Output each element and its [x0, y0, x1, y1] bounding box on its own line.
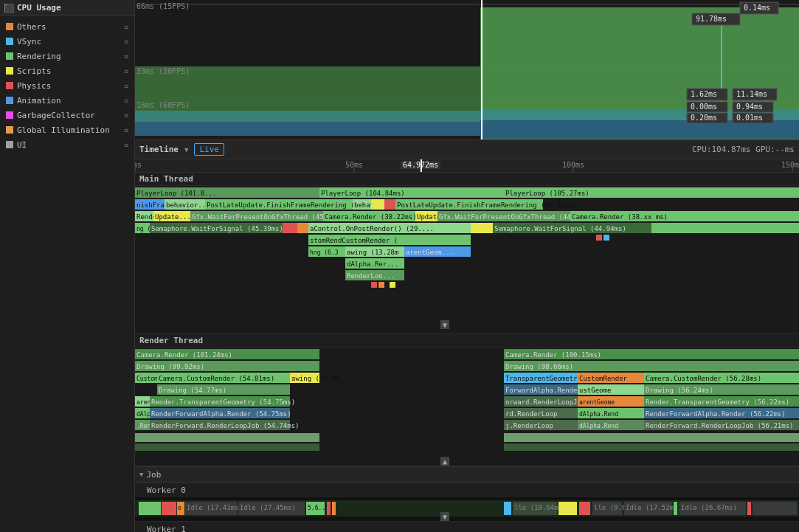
legend-label-rendering: Rendering: [17, 52, 61, 61]
job-section-header[interactable]: ▼ Job: [135, 466, 799, 483]
svg-text:Camera.CustomRender (56.28ms): Camera.CustomRender (56.28ms): [646, 375, 761, 382]
time-ruler: 0ms64.972ms50ms100ms150ms: [135, 159, 799, 173]
worker-0-label: Worker 0: [135, 483, 799, 497]
legend-dots-gi: ≡: [124, 126, 128, 134]
cpu-chart: 0.14ms 91.78ms 1.62ms 11.14ms 0.00ms 0.9…: [135, 0, 799, 140]
main-thread-bars[interactable]: PlayerLoop (101.8... PlayerLoop (104.84m…: [135, 186, 799, 334]
svg-text:behavior...: behavior...: [166, 201, 210, 209]
svg-text:Idle (26.67ms): Idle (26.67ms): [681, 504, 737, 511]
legend-section: Others ≡ VSync ≡ Rendering ≡ Scripts ≡: [0, 16, 134, 155]
legend-color-others: [6, 23, 13, 30]
svg-text:Semaphore.WaitForSignal (45.39: Semaphore.WaitForSignal (45.39ms): [151, 225, 283, 232]
timeline-title: Timeline: [139, 145, 179, 154]
legend-dots-gc: ≡: [124, 111, 128, 120]
svg-text:1.62ms: 1.62ms: [691, 90, 717, 98]
fps-label-60: 16ms (60FPS): [136, 101, 190, 109]
svg-rect-180: [747, 502, 751, 515]
svg-text:Update...: Update...: [155, 213, 191, 221]
legend-label-gi: Global Illumination: [17, 125, 110, 135]
timeline-dropdown-icon[interactable]: ▼: [184, 146, 188, 153]
legend-item-scripts[interactable]: Scripts ≡: [0, 63, 134, 78]
legend-item-gc[interactable]: GarbageCollector ≡: [0, 108, 134, 122]
legend-item-animation[interactable]: Animation ≡: [0, 93, 134, 108]
legend-label-physics: Physics: [17, 81, 51, 91]
legend-label-scripts: Scripts: [17, 66, 51, 76]
svg-text:awing (12.88: awing (12.88: [291, 375, 339, 382]
legend-color-physics: [6, 82, 13, 89]
svg-text:0.01ms: 0.01ms: [736, 114, 763, 122]
svg-rect-65: [297, 223, 308, 233]
render-thread-bars[interactable]: Camera.Render (101.24ms) Camera.Render (…: [135, 348, 799, 466]
legend-item-others[interactable]: Others ≡: [0, 19, 134, 34]
svg-rect-149: [135, 433, 319, 442]
svg-text:hng (6.3: hng (6.3: [310, 249, 339, 256]
svg-rect-87: [596, 235, 602, 241]
svg-text:0.00ms: 0.00ms: [691, 103, 717, 111]
legend-label-gc: GarbageCollector: [17, 111, 95, 120]
legend-dots-rendering: ≡: [124, 52, 128, 61]
svg-rect-84: [371, 282, 377, 288]
svg-text:Idle (17.41ms): Idle (17.41ms): [187, 504, 243, 511]
svg-text:0.94ms: 0.94ms: [736, 103, 763, 111]
svg-rect-167: [332, 502, 336, 515]
timeline-live-badge[interactable]: Live: [194, 143, 224, 156]
legend-dots-scripts: ≡: [124, 67, 128, 75]
svg-rect-85: [378, 282, 384, 288]
svg-rect-171: [558, 502, 577, 515]
svg-text:0.14ms: 0.14ms: [744, 4, 770, 12]
legend-item-vsync[interactable]: VSync ≡: [0, 34, 134, 49]
svg-text:RenderForward.RenderLoopJob (5: RenderForward.RenderLoopJob (54.74ms): [151, 422, 299, 429]
legend-item-gi[interactable]: Global Illumination ≡: [0, 122, 134, 137]
svg-text:RenderForwardAlpha.Render (56.: RenderForwardAlpha.Render (56.22ms): [646, 410, 786, 418]
svg-text:Camera.Render (38.22ms): Camera.Render (38.22ms): [325, 213, 417, 221]
svg-text:Drawing (99.92ms): Drawing (99.92ms): [136, 363, 204, 370]
svg-text:rd.RenderLoop: rd.RenderLoop: [505, 410, 557, 418]
svg-text:Render.TransparentGeometry (56: Render.TransparentGeometry (56.22ms): [646, 398, 789, 406]
fps-label-15: 66ms (15FPS): [136, 2, 190, 10]
svg-text:Drawing (56.24ms): Drawing (56.24ms): [646, 387, 713, 394]
svg-text:awing (13.28m: awing (13.28m: [347, 249, 398, 256]
legend-dots-physics: ≡: [124, 82, 128, 90]
svg-text:Camera.Render (38.xx ms): Camera.Render (38.xx ms): [572, 213, 668, 221]
worker-1-track: Worker 1 le (8.81m 0.52 tle (11.48ms): [135, 522, 799, 532]
legend-item-physics[interactable]: Physics ≡: [0, 78, 134, 93]
svg-rect-172: [579, 502, 590, 515]
main-thread-label: Main Thread: [139, 174, 193, 184]
fps-label-30: 33ms (30FPS): [136, 67, 190, 75]
legend-color-scripts: [6, 67, 13, 75]
svg-text:Drawing (98.66ms): Drawing (98.66ms): [505, 363, 573, 370]
svg-text:5.6...: 5.6...: [308, 505, 329, 511]
svg-text:Camera.Render (100.15ms): Camera.Render (100.15ms): [505, 351, 601, 359]
svg-text:PlayerLoop (104.84ms): PlayerLoop (104.84ms): [321, 190, 405, 197]
worker-0-bars[interactable]: e (7.98m Idle (17.41ms) Idle (27.45ms) 5…: [135, 497, 799, 521]
svg-rect-168: [504, 502, 511, 515]
svg-text:dAlpha.Rer...: dAlpha.Rer...: [347, 260, 398, 268]
svg-rect-150: [504, 433, 799, 442]
job-triangle-icon: ▼: [139, 471, 143, 478]
legend-item-rendering[interactable]: Rendering ≡: [0, 49, 134, 63]
svg-rect-152: [504, 443, 799, 451]
legend-label-animation: Animation: [17, 96, 61, 106]
svg-rect-86: [390, 282, 395, 288]
svg-text:▲: ▲: [443, 457, 447, 466]
tracks-area[interactable]: 0ms64.972ms50ms100ms150ms Main Thread Pl…: [135, 159, 799, 532]
timeline-header: Timeline ▼ Live CPU:104.87ms GPU:--ms: [135, 140, 799, 159]
main-thread-track: Main Thread PlayerLoop (101.8... PlayerL…: [135, 173, 799, 334]
svg-rect-71: [651, 223, 799, 233]
svg-text:j.RenderLoop: j.RenderLoop: [505, 422, 553, 429]
render-thread-track: Render Thread Camera.Render (101.24ms) C…: [135, 334, 799, 466]
svg-text:Idle (17.52ms): Idle (17.52ms): [626, 504, 682, 511]
time-marker-line: [573, 168, 574, 172]
svg-text:Semaphore.WaitForSignal (44.94: Semaphore.WaitForSignal (44.94ms): [494, 225, 626, 232]
svg-text:arentGeom...: arentGeom...: [406, 249, 454, 256]
svg-text:dAlpha.Rend: dAlpha.Rend: [579, 423, 618, 429]
sidebar-header: ⬛ CPU Usage: [0, 0, 134, 16]
render-thread-header: Render Thread: [135, 334, 799, 348]
time-marker: 0ms: [135, 161, 142, 169]
legend-dots-ui: ≡: [124, 141, 128, 149]
time-marker-line: [354, 168, 355, 172]
svg-text:CustomRender: CustomRender: [579, 375, 628, 382]
legend-item-ui[interactable]: UI ≡: [0, 137, 134, 152]
svg-rect-6: [135, 122, 480, 136]
svg-text:▼: ▼: [443, 321, 447, 329]
